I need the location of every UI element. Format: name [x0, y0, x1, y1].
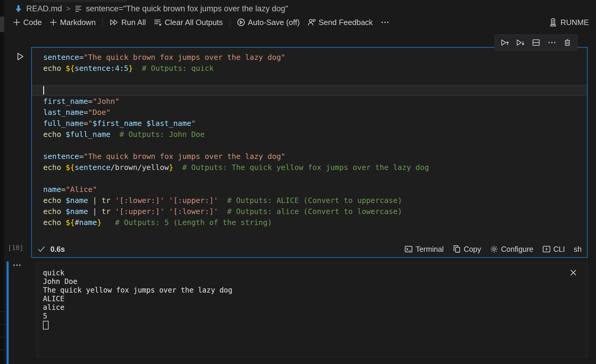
- code-line[interactable]: first_name="John": [32, 96, 587, 107]
- send-feedback-label: Send Feedback: [319, 18, 373, 27]
- plus-icon: [49, 18, 57, 26]
- clear-outputs-icon: [153, 18, 162, 26]
- run-cell-button[interactable]: [15, 51, 26, 62]
- code-line[interactable]: full_name="$first_name $last_name": [32, 118, 587, 129]
- execute-above-button[interactable]: [499, 37, 511, 49]
- success-check-icon: [37, 245, 46, 253]
- ellipsis-icon: [381, 18, 389, 26]
- add-markdown-button[interactable]: Markdown: [46, 18, 100, 27]
- copy-button[interactable]: Copy: [453, 245, 481, 254]
- toolbar-more-button[interactable]: [377, 18, 393, 26]
- output-line: alice: [43, 303, 561, 312]
- delete-cell-button[interactable]: [561, 37, 573, 49]
- code-lines: sentence="The quick brown fox jumps over…: [32, 52, 587, 228]
- cell-more-actions-button[interactable]: [546, 37, 558, 49]
- tab-divider: [100, 0, 101, 2]
- rail-separator: [0, 350, 4, 350]
- markdown-file-icon: [14, 4, 23, 13]
- code-line[interactable]: echo $name | tr '[:upper:]' '[:lower:]' …: [32, 206, 587, 217]
- cli-button[interactable]: CLI: [542, 245, 565, 254]
- code-line[interactable]: echo $full_name # Outputs: John Doe: [32, 129, 587, 140]
- output-focus-bar: [7, 261, 9, 364]
- output-line: 5: [43, 312, 561, 321]
- terminal-button[interactable]: Terminal: [404, 245, 443, 254]
- code-line[interactable]: [32, 85, 587, 96]
- clear-all-outputs-button[interactable]: Clear All Outputs: [150, 18, 226, 27]
- language-picker[interactable]: sh: [574, 245, 582, 254]
- split-cell-button[interactable]: [530, 37, 542, 49]
- breadcrumb: READ.md > sentence="The quick brown fox …: [14, 4, 288, 14]
- configure-button[interactable]: Configure: [490, 245, 533, 254]
- output-line: The quick yellow fox jumps over the lazy…: [43, 286, 561, 295]
- toolbar-divider: [103, 18, 103, 27]
- cli-lightning-icon: [542, 245, 551, 253]
- code-line[interactable]: echo ${sentence:4:5} # Outputs: quick: [32, 63, 587, 74]
- rail-highlight: [0, 17, 4, 32]
- notebook-toolbar: Code Markdown Run All Clear: [9, 15, 589, 30]
- symbol-string-icon: [74, 5, 82, 13]
- feedback-person-icon: [308, 18, 316, 26]
- add-code-button[interactable]: Code: [9, 18, 46, 27]
- code-line[interactable]: [32, 140, 587, 151]
- output-line: ALICE: [43, 295, 561, 303]
- runme-brand: RUNME: [549, 18, 589, 27]
- code-line[interactable]: echo ${#name} # Outputs: 5 (Length of th…: [32, 217, 587, 228]
- cell-output: quickJohn DoeThe quick yellow fox jumps …: [37, 263, 588, 357]
- run-all-label: Run All: [121, 18, 146, 27]
- execute-cell-and-below-button[interactable]: [514, 37, 526, 49]
- window-left-rail: [0, 0, 4, 364]
- runme-label: RUNME: [561, 18, 589, 27]
- code-line[interactable]: echo $name | tr '[:lower:]' '[:upper:]' …: [32, 195, 587, 206]
- output-line: John Doe: [43, 277, 561, 286]
- text-cursor: [43, 86, 44, 95]
- breadcrumb-separator: >: [66, 4, 70, 13]
- cell-statusbar: 0.6s Terminal Copy: [32, 241, 587, 257]
- cell-statusbar-actions: Terminal Copy: [404, 245, 582, 254]
- execution-count: [10]: [8, 244, 24, 251]
- code-cell[interactable]: sentence="The quick brown fox jumps over…: [31, 47, 588, 258]
- execution-duration: 0.6s: [50, 245, 65, 254]
- code-line[interactable]: last_name="Doe": [32, 107, 587, 118]
- clear-all-outputs-label: Clear All Outputs: [164, 18, 223, 27]
- copy-label: Copy: [464, 245, 481, 254]
- rail-separator: [0, 311, 4, 312]
- code-line[interactable]: sentence="The quick brown fox jumps over…: [32, 52, 587, 63]
- add-markdown-label: Markdown: [60, 18, 96, 27]
- auto-save-icon: [237, 18, 245, 26]
- toolbar-divider: [230, 18, 230, 27]
- code-line[interactable]: [32, 74, 587, 85]
- code-line[interactable]: [32, 173, 587, 184]
- cell-toolbar: [495, 35, 578, 51]
- terminal-icon: [404, 245, 413, 253]
- code-line[interactable]: sentence="The quick brown fox jumps over…: [32, 151, 587, 162]
- output-text: quickJohn DoeThe quick yellow fox jumps …: [43, 269, 561, 332]
- rail-separator: [0, 324, 4, 325]
- notebook-editor: READ.md > sentence="The quick brown fox …: [0, 0, 596, 364]
- cli-label: CLI: [553, 245, 565, 254]
- close-output-button[interactable]: [569, 268, 578, 277]
- run-all-button[interactable]: Run All: [106, 18, 150, 27]
- terminal-cursor: [43, 321, 49, 329]
- send-feedback-button[interactable]: Send Feedback: [304, 18, 377, 27]
- run-all-icon: [110, 18, 119, 26]
- breadcrumb-file[interactable]: READ.md: [26, 4, 62, 13]
- configure-label: Configure: [501, 245, 533, 254]
- runme-logo-icon: [549, 18, 558, 27]
- code-line[interactable]: echo ${sentence/brown/yellow} # Outputs:…: [32, 162, 587, 173]
- gear-icon: [490, 245, 498, 253]
- breadcrumb-symbol[interactable]: sentence="The quick brown fox jumps over…: [86, 4, 288, 13]
- auto-save-label: Auto-Save (off): [248, 18, 300, 27]
- editor-tab-edge: [32, 0, 126, 2]
- add-code-label: Code: [23, 18, 42, 27]
- plus-icon: [13, 18, 21, 26]
- copy-icon: [453, 245, 461, 253]
- auto-save-toggle[interactable]: Auto-Save (off): [233, 18, 304, 27]
- rail-separator: [0, 337, 4, 338]
- output-line: quick: [43, 269, 561, 277]
- terminal-label: Terminal: [415, 245, 443, 254]
- code-line[interactable]: name="Alice": [32, 184, 587, 195]
- output-menu-button[interactable]: [13, 261, 21, 269]
